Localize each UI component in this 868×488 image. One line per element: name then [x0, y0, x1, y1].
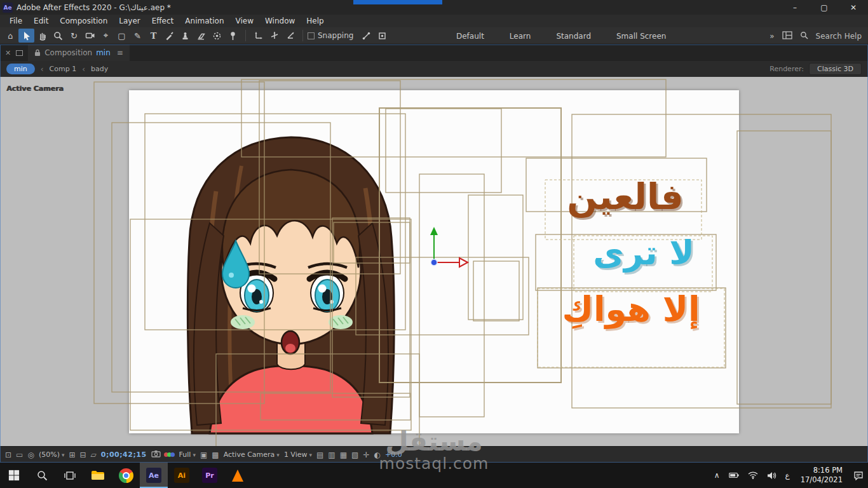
maximize-button[interactable]: ▢ — [810, 0, 839, 15]
character-artwork — [187, 137, 394, 433]
tab-composition-min[interactable]: Composition min ≡ — [28, 44, 130, 61]
exposure-value[interactable]: +0.0 — [385, 451, 402, 459]
start-button[interactable] — [0, 463, 28, 488]
puppet-pin-tool-icon[interactable] — [225, 29, 241, 43]
view-axis-mode-icon[interactable] — [282, 29, 298, 43]
vlc-taskbar-button[interactable] — [224, 463, 252, 488]
menu-file[interactable]: File — [4, 17, 28, 25]
panel-menu-icon[interactable]: ≡ — [117, 48, 123, 57]
workspace-small-screen[interactable]: Small Screen — [616, 32, 666, 41]
zoom-tool-icon[interactable] — [50, 29, 66, 43]
pixel-aspect-correction-icon[interactable]: ▥ — [328, 451, 335, 459]
flowchart-button-icon[interactable]: ✛ — [363, 451, 369, 459]
snapshot-icon[interactable] — [151, 450, 161, 459]
composition-breadcrumb-bar: min ‹ Comp 1 ‹ bady Renderer: Classic 3D — [0, 61, 868, 77]
hidden-icons-chevron[interactable]: ∧ — [710, 463, 724, 488]
menu-window[interactable]: Window — [259, 17, 301, 25]
viewer-overlay — [0, 77, 868, 446]
renderer-button[interactable]: Classic 3D — [809, 63, 862, 75]
region-of-interest-icon[interactable]: ▣ — [200, 451, 207, 459]
file-explorer-button[interactable] — [84, 463, 112, 488]
workspace-default[interactable]: Default — [456, 32, 484, 41]
chrome-button[interactable] — [112, 463, 140, 488]
workspace-panel-icon[interactable] — [782, 31, 792, 41]
speaker-icon[interactable] — [763, 463, 781, 488]
grid-options-icon[interactable]: ⊞ — [69, 451, 75, 459]
magnification-select[interactable]: (50%)▾ — [39, 451, 65, 459]
timeline-button-icon[interactable]: ▧ — [351, 451, 358, 459]
rotate-tool-icon[interactable]: ↻ — [66, 29, 82, 43]
transform-gizmo[interactable] — [430, 227, 468, 267]
vlc-icon — [232, 470, 243, 482]
transparency-grid-icon[interactable]: ▩ — [212, 451, 219, 459]
pen-tool-icon[interactable]: ✎ — [130, 29, 146, 43]
menu-help[interactable]: Help — [301, 17, 329, 25]
eraser-tool-icon[interactable] — [193, 29, 209, 43]
roto-brush-tool-icon[interactable] — [209, 29, 225, 43]
breadcrumb-bady[interactable]: bady — [91, 65, 108, 73]
eye-icon[interactable]: ◎ — [27, 451, 34, 459]
action-center-button[interactable] — [849, 463, 868, 488]
composition-footer-bar: ⊡ ▭ ◎ (50%)▾ ⊞ ⊟ ▱ 0;00;42;15 Full▾ ▣ ▩ … — [0, 446, 868, 463]
snapping-checkbox[interactable] — [308, 32, 315, 39]
clone-stamp-tool-icon[interactable] — [177, 29, 193, 43]
taskbar-search-button[interactable] — [28, 463, 56, 488]
search-help-icon[interactable] — [800, 31, 808, 41]
taskbar-time: 8:16 PM — [801, 466, 843, 475]
after-effects-taskbar-button[interactable]: Ae — [140, 463, 168, 488]
hand-tool-icon[interactable] — [34, 29, 50, 43]
view-layout-select[interactable]: 1 View▾ — [284, 451, 312, 459]
guides-icon[interactable]: ⊟ — [80, 451, 86, 459]
panel-close-icon[interactable]: ✕ — [5, 49, 11, 57]
task-view-icon — [64, 470, 76, 480]
wifi-icon[interactable] — [743, 463, 763, 488]
breadcrumb-comp1[interactable]: Comp 1 — [50, 65, 77, 73]
resolution-select[interactable]: Full▾ — [179, 451, 196, 459]
breadcrumb-current-comp[interactable]: min — [6, 64, 35, 74]
view-select[interactable]: Active Camera▾ — [224, 451, 280, 459]
premiere-taskbar-button[interactable]: Pr — [196, 463, 224, 488]
brush-tool-icon[interactable] — [161, 29, 177, 43]
current-timecode[interactable]: 0;00;42;15 — [101, 451, 147, 459]
type-tool-icon[interactable]: T — [146, 29, 161, 43]
menu-layer[interactable]: Layer — [113, 17, 146, 25]
illustrator-taskbar-button[interactable]: Ai — [168, 463, 196, 488]
task-view-button[interactable] — [56, 463, 84, 488]
local-axis-mode-icon[interactable] — [250, 29, 266, 43]
pan-behind-tool-icon[interactable]: ⌖ — [98, 29, 114, 43]
workspace-overflow-chevron[interactable]: » — [770, 32, 774, 41]
channels-icon[interactable] — [165, 452, 175, 457]
composition-viewer[interactable]: Active Camera فالعين لا ترى إلا هواكِ — [0, 77, 868, 446]
menu-edit[interactable]: Edit — [28, 17, 54, 25]
language-indicator[interactable]: ع — [781, 463, 794, 488]
menu-composition[interactable]: Composition — [54, 17, 113, 25]
battery-icon[interactable] — [724, 463, 743, 488]
share-view-icon[interactable]: ▤ — [316, 451, 323, 459]
taskbar-clock[interactable]: 8:16 PM 17/04/2021 — [794, 466, 849, 485]
workspace-learn[interactable]: Learn — [510, 32, 531, 41]
snapping-label: Snapping — [318, 31, 353, 40]
always-preview-icon[interactable]: ⊡ — [5, 451, 11, 459]
mask-toggle-icon[interactable]: ▱ — [91, 451, 97, 459]
minimize-button[interactable]: – — [780, 0, 810, 15]
rectangle-tool-icon[interactable]: ▢ — [114, 29, 130, 43]
home-icon[interactable]: ⌂ — [3, 29, 18, 43]
snap-options-icon[interactable] — [358, 29, 374, 43]
search-help-field[interactable]: Search Help — [816, 32, 862, 41]
snap-features-icon[interactable] — [374, 29, 390, 43]
menu-animation[interactable]: Animation — [179, 17, 229, 25]
close-button[interactable]: ✕ — [839, 0, 868, 15]
menu-effect[interactable]: Effect — [146, 17, 180, 25]
title-bar: Ae Adobe After Effects 2020 - G:\عيناك.a… — [0, 0, 868, 15]
workspace-standard[interactable]: Standard — [556, 32, 591, 41]
menu-view[interactable]: View — [230, 17, 259, 25]
world-axis-mode-icon[interactable] — [266, 29, 282, 43]
selection-tool-icon[interactable] — [18, 29, 34, 43]
panel-group-icon[interactable] — [16, 50, 23, 56]
reset-exposure-icon[interactable]: ◐ — [374, 451, 380, 459]
fast-previews-icon[interactable]: ▦ — [340, 451, 347, 459]
folder-icon — [91, 470, 105, 481]
illustrator-icon: Ai — [174, 468, 189, 483]
camera-tool-icon[interactable] — [82, 29, 98, 43]
display-icon[interactable]: ▭ — [16, 451, 23, 459]
